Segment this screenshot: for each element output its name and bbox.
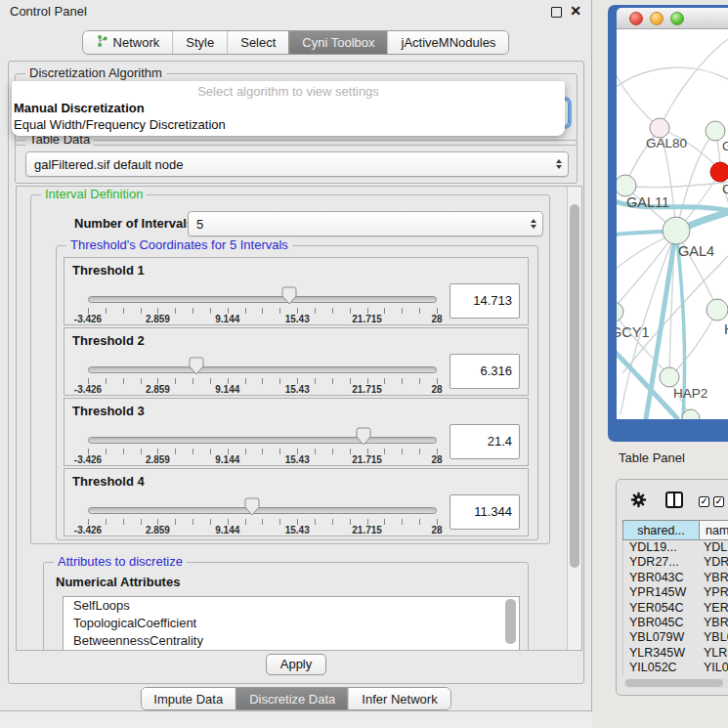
close-icon[interactable]: ✕ — [570, 3, 581, 19]
split-view-icon[interactable] — [665, 492, 683, 512]
attribute-list-item[interactable]: SelfLoops — [64, 597, 519, 615]
attribute-list-item[interactable]: TopologicalCoefficient — [64, 615, 519, 632]
tab-select[interactable]: Select — [227, 31, 288, 54]
node-gal4[interactable] — [663, 217, 690, 244]
number-of-intervals-combobox[interactable]: 5 — [188, 211, 543, 236]
scrollbar-thumb[interactable] — [625, 679, 723, 687]
node-gal80[interactable] — [650, 118, 669, 138]
table-row[interactable]: YDL19...YDL19 — [623, 540, 728, 555]
table-row[interactable]: YPR145WYPR14 — [623, 585, 728, 600]
node-gcy1[interactable] — [617, 302, 623, 321]
numerical-attributes-label: Numerical Attributes — [56, 575, 180, 589]
slider-thumb[interactable] — [244, 497, 260, 516]
tab-impute-data[interactable]: Impute Data — [141, 688, 236, 709]
cell-name: YBR04 — [700, 616, 728, 630]
traffic-light-minimize-icon[interactable] — [650, 12, 664, 25]
slider-track[interactable] — [88, 437, 437, 444]
scrollbar-thumb[interactable] — [570, 204, 579, 568]
cell-shared-name: YBL079W — [623, 630, 700, 645]
slider-thumb[interactable] — [356, 427, 371, 446]
threshold-label: Threshold 3 — [72, 404, 145, 418]
node-right-h[interactable] — [707, 299, 728, 321]
traffic-light-zoom-icon[interactable] — [670, 12, 684, 25]
checkbox-icon[interactable]: ✓ — [699, 496, 709, 507]
tab-infer-network[interactable]: Infer Network — [348, 688, 450, 709]
threshold-value-field[interactable]: 11.344 — [450, 494, 520, 530]
tab-label: Style — [186, 35, 214, 50]
table-row[interactable]: YBL079WYBL07 — [623, 630, 728, 645]
node-label: GAL4 — [678, 243, 714, 259]
tick-label: 2.859 — [146, 454, 170, 465]
cell-name: YBL07 — [700, 630, 728, 645]
gear-icon[interactable] — [630, 492, 647, 512]
slider-track[interactable] — [88, 366, 437, 373]
table-row[interactable]: YDR27...YDR27 — [623, 555, 728, 570]
tick-label: 28 — [431, 525, 442, 535]
network-tab-icon — [96, 34, 108, 51]
list-scrollbar[interactable] — [505, 599, 516, 650]
tick-label: 28 — [431, 314, 442, 324]
node-gal11[interactable] — [617, 175, 636, 196]
apply-button[interactable]: Apply — [266, 654, 326, 675]
network-canvas[interactable]: GAL80 GA GAL11 C GAL4 GCY1 H HAP2 — [617, 29, 728, 419]
traffic-light-close-icon[interactable] — [629, 12, 643, 25]
screenshot-stage: Control Panel ✕ Network Style Select — [0, 0, 728, 728]
cell-shared-name: YLR345W — [623, 646, 700, 661]
threshold-1-panel: Threshold 1 -3.4262.8599.14415.4321.7152… — [64, 257, 529, 325]
dropdown-option-manual[interactable]: Manual Discretization — [14, 101, 145, 115]
node-label: GA — [722, 139, 728, 153]
tick-label: 9.144 — [215, 525, 239, 535]
number-of-intervals-label: Number of Intervals — [74, 216, 193, 231]
node-hap2[interactable] — [660, 367, 679, 387]
table-header-row: shared... name — [622, 520, 728, 540]
numerical-attributes-list[interactable]: SelfLoopsTopologicalCoefficientBetweenne… — [63, 596, 520, 650]
node-red-selected[interactable] — [710, 162, 728, 182]
tick-label: 9.144 — [215, 384, 239, 395]
tab-network[interactable]: Network — [83, 31, 173, 54]
slider-track[interactable] — [88, 296, 437, 303]
tick-label: 15.43 — [285, 454, 310, 465]
tab-label: Network — [113, 35, 160, 50]
slider-thumb[interactable] — [281, 286, 297, 305]
dropdown-option-equal-width[interactable]: Equal Width/Frequency Discretization — [14, 117, 226, 132]
threshold-value-field[interactable]: 6.316 — [450, 354, 520, 389]
panel-scrollbar[interactable] — [567, 187, 581, 650]
cell-name: YPR14 — [700, 585, 728, 600]
table-row[interactable]: YBR043CYBR04 — [623, 571, 728, 585]
column-header-shared-name[interactable]: shared... — [623, 521, 700, 539]
node-top-right[interactable] — [706, 121, 725, 141]
slider-track[interactable] — [88, 507, 437, 514]
slider-tick-labels: -3.4262.8599.14415.4321.71528 — [88, 525, 437, 536]
tab-label: Discretize Data — [249, 692, 335, 707]
tick-label: 2.859 — [146, 314, 170, 324]
column-header-name[interactable]: name — [700, 521, 728, 539]
tab-jactivemnodules[interactable]: jActiveMNodules — [388, 31, 509, 54]
table-row[interactable]: YLR345WYLR34 — [623, 646, 728, 661]
cell-name: YER05 — [700, 601, 728, 616]
tick-label: 21.715 — [352, 454, 382, 465]
group-label: Interval Definition — [41, 188, 147, 201]
slider-thumb[interactable] — [189, 357, 204, 375]
threshold-2-panel: Threshold 2 -3.4262.8599.14415.4321.7152… — [64, 327, 529, 396]
top-tab-bar: Network Style Select Cyni Toolbox jActiv… — [82, 30, 510, 55]
table-row[interactable]: YBR045CYBR04 — [623, 616, 728, 630]
table-row[interactable]: YIL052CYIL05 — [623, 661, 728, 675]
tab-cyni-toolbox[interactable]: Cyni Toolbox — [288, 31, 387, 54]
threshold-label: Threshold 4 — [72, 474, 145, 489]
table-horizontal-scrollbar[interactable] — [623, 678, 728, 688]
tab-discretize-data[interactable]: Discretize Data — [236, 688, 348, 709]
float-window-icon[interactable] — [551, 7, 562, 18]
table-row[interactable]: YER054CYER05 — [623, 601, 728, 616]
node-label: HAP2 — [673, 386, 707, 401]
threshold-value-field[interactable]: 21.4 — [450, 424, 520, 459]
cell-name: YDL19 — [700, 540, 728, 555]
tab-style[interactable]: Style — [172, 31, 227, 54]
threshold-value-field[interactable]: 14.713 — [450, 283, 520, 319]
network-view-window: GAL80 GA GAL11 C GAL4 GCY1 H HAP2 — [608, 5, 728, 442]
checkbox-icon[interactable]: ✓ — [713, 496, 724, 507]
node-label: C — [722, 182, 728, 196]
node-label: H — [724, 321, 728, 337]
attribute-list-item[interactable]: BetweennessCentrality — [64, 632, 519, 650]
scrollbar-thumb[interactable] — [505, 599, 516, 644]
table-data-combobox[interactable]: galFiltered.sif default node — [25, 151, 569, 177]
